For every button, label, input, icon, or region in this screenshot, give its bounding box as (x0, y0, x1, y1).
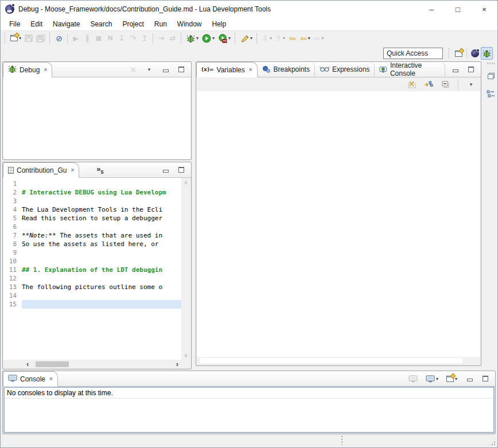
view-menu-button[interactable]: ▾ (143, 63, 155, 76)
dropdown-arrow-icon[interactable]: ▾ (250, 36, 252, 41)
new-wizard-button[interactable]: ▾ (9, 32, 23, 45)
editor-line-5[interactable]: 5Read this section to setup a debugger (8, 214, 181, 223)
editor-line-3[interactable]: 3 (8, 197, 181, 205)
quick-access-input[interactable]: Quick Access (383, 48, 443, 59)
status-drag-handle[interactable] (341, 436, 343, 445)
dropdown-arrow-icon[interactable]: ▾ (228, 36, 231, 41)
last-edit-location-button[interactable]: ⇦ (287, 32, 298, 45)
maximize-view-button[interactable] (176, 63, 187, 76)
menu-search[interactable]: Search (85, 18, 117, 30)
close-icon[interactable]: × (49, 376, 53, 382)
perspective-bar: Quick Access (1, 45, 497, 61)
hscroll-thumb[interactable] (36, 361, 69, 367)
restore-views-button[interactable] (485, 69, 497, 82)
menu-file[interactable]: File (4, 18, 25, 30)
open-perspective-button[interactable] (453, 47, 464, 60)
editor-line-14[interactable]: 14 (8, 291, 181, 300)
pin-console-icon (408, 375, 418, 383)
dropdown-arrow-icon[interactable]: ▾ (196, 36, 199, 41)
dropdown-arrow-icon[interactable]: ▾ (283, 36, 285, 41)
maximize-view-button[interactable] (465, 63, 477, 76)
close-button[interactable]: × (471, 1, 497, 18)
maximize-view-icon (178, 167, 184, 173)
view-menu-button[interactable]: ▾ (465, 79, 477, 91)
maximize-button[interactable]: □ (445, 1, 471, 18)
variables-icon: (x)= (201, 67, 214, 72)
editor-hscrollbar[interactable]: ‹ › (3, 360, 181, 368)
save-all-button (34, 32, 47, 45)
dropdown-arrow-icon[interactable]: ▾ (308, 36, 310, 41)
display-selected-console-button[interactable]: ▾ (424, 372, 440, 385)
dropdown-arrow-icon[interactable]: ▾ (436, 376, 438, 381)
editor-line-6[interactable]: 6 (8, 223, 181, 231)
close-icon[interactable]: × (249, 67, 252, 73)
scroll-down-arrow-icon[interactable]: ∨ (181, 352, 190, 359)
editor-line-2[interactable]: 2# Interactive DEBUG using Lua Developm (8, 188, 181, 197)
skip-all-breakpoints-button[interactable]: ⊘ (53, 32, 65, 45)
show-type-names-button[interactable] (406, 79, 418, 91)
minimize-view-button[interactable] (449, 63, 461, 76)
show-logical-structure-button[interactable] (422, 79, 435, 91)
menu-navigate[interactable]: Navigate (48, 18, 85, 30)
debug-button[interactable]: ▾ (185, 32, 200, 45)
dropdown-arrow-icon[interactable]: ▾ (212, 36, 215, 41)
minimize-view-button[interactable] (464, 372, 475, 385)
minimize-view-button[interactable] (159, 163, 171, 176)
line-number: 2 (8, 188, 22, 197)
minimize-view-button[interactable] (159, 63, 171, 76)
editor-line-12[interactable]: 12 (8, 274, 181, 283)
editor-line-15[interactable]: 15 (8, 300, 181, 309)
suspend-button: ‖ (81, 32, 93, 45)
minimize-button[interactable]: – (418, 1, 445, 18)
tab-expressions[interactable]: Expressions (315, 62, 375, 77)
dropdown-arrow-icon[interactable]: ▾ (321, 36, 324, 41)
line-number: 7 (8, 231, 22, 240)
tab-contribution-guide[interactable]: Contribution_Gu × (3, 162, 79, 178)
variables-hscrollbar[interactable] (200, 358, 462, 363)
scroll-right-arrow-icon[interactable]: › (176, 360, 178, 368)
close-icon[interactable]: × (44, 67, 47, 73)
maximize-view-button[interactable] (480, 372, 491, 385)
menu-project[interactable]: Project (117, 18, 149, 30)
scroll-up-arrow-icon[interactable]: ∧ (181, 179, 190, 185)
close-icon[interactable]: × (71, 167, 74, 173)
editor-line-7[interactable]: 7**Note:** The assets that are used in (8, 231, 181, 240)
tab-interactive-console[interactable]: Interactive Console (375, 62, 445, 77)
more-editors-indicator[interactable]: »5 (96, 165, 103, 175)
outline-view-button[interactable] (485, 87, 497, 100)
open-console-button[interactable]: ▾ (445, 372, 459, 385)
editor-line-13[interactable]: 13The following pictures outline some o (8, 283, 181, 291)
window-resize-grip[interactable] (489, 439, 496, 446)
marker-pen-button[interactable]: ▾ (239, 32, 254, 45)
tab-console[interactable]: Console × (3, 371, 58, 387)
dropdown-arrow-icon[interactable]: ▾ (455, 376, 457, 381)
scroll-left-arrow-icon[interactable]: ‹ (26, 360, 29, 368)
editor-line-10[interactable]: 10 (8, 257, 181, 266)
dropdown-arrow-icon[interactable]: ▾ (19, 36, 21, 41)
debug-perspective-button[interactable] (481, 47, 493, 60)
menu-window[interactable]: Window (172, 18, 207, 30)
editor-vscrollbar[interactable]: ∧ ∨ (181, 178, 190, 360)
editor-line-1[interactable]: 1 (8, 180, 181, 188)
menu-help[interactable]: Help (207, 18, 232, 30)
trim-drag-handle[interactable] (487, 63, 495, 64)
show-logical-structure-icon (424, 81, 433, 88)
run-external-tools-button[interactable]: ▾ (216, 32, 232, 45)
collapse-all-button[interactable] (439, 79, 451, 91)
maximize-view-button[interactable] (176, 163, 187, 176)
tab-variables[interactable]: (x)=Variables× (196, 62, 258, 77)
dropdown-arrow-icon[interactable]: ▾ (270, 36, 272, 41)
back-button[interactable]: ⇦▾ (298, 32, 312, 45)
show-type-names-icon (408, 81, 416, 88)
run-button[interactable]: ▾ (200, 32, 216, 45)
lua-perspective-button[interactable] (469, 47, 481, 60)
tab-debug[interactable]: Debug × (3, 62, 52, 77)
menu-run[interactable]: Run (149, 18, 172, 30)
editor-line-8[interactable]: 8So use the assets as listed here, or (8, 240, 181, 248)
editor-line-11[interactable]: 11## 1. Explanation of the LDT debuggin (8, 266, 181, 274)
menu-edit[interactable]: Edit (25, 18, 48, 30)
tab-breakpoints[interactable]: Breakpoints (258, 62, 315, 77)
editor-line-9[interactable]: 9 (8, 248, 181, 257)
main-toolbar: ▾⊘▶‖■N↧↷↥⇥⇄▾▾▾▾⇩▾⇧▾⇦⇦▾⇨▾ (1, 30, 497, 45)
editor-line-4[interactable]: 4The Lua Development Tools in the Ecli (8, 205, 181, 214)
